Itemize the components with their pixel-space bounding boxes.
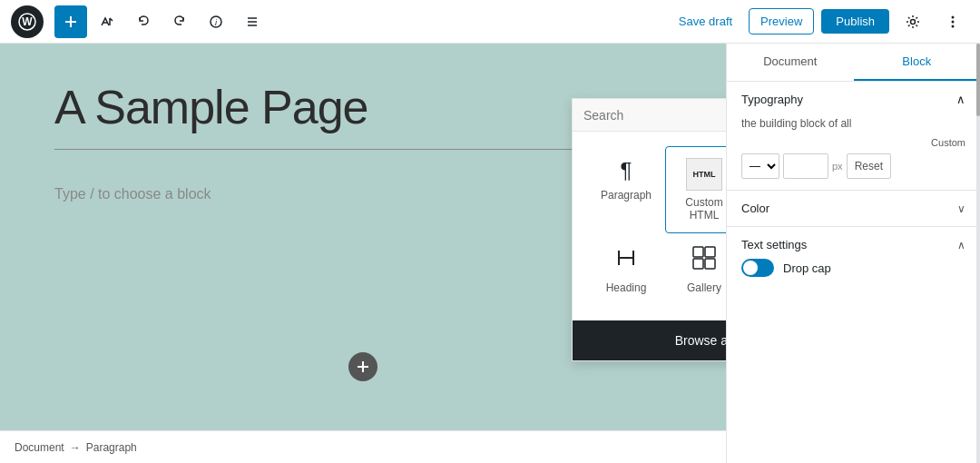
- tab-document[interactable]: Document: [727, 44, 854, 81]
- sidebar-scroll-thumb: [976, 44, 980, 116]
- toggle-knob: [743, 261, 758, 275]
- preview-button[interactable]: Preview: [749, 8, 814, 34]
- list-view-button[interactable]: [236, 5, 269, 38]
- redo-button[interactable]: [163, 5, 196, 38]
- gallery-icon: [691, 245, 717, 276]
- drop-cap-label: Drop cap: [783, 261, 831, 275]
- add-block-canvas-button[interactable]: [348, 352, 377, 381]
- svg-rect-18: [693, 259, 703, 269]
- typography-content: the building block of all Custom — px Re…: [741, 117, 965, 179]
- gallery-label: Gallery: [687, 281, 721, 294]
- text-settings-chevron-icon: ∧: [957, 239, 965, 251]
- custom-html-icon: HTML: [686, 158, 722, 191]
- more-options-button[interactable]: [936, 5, 969, 38]
- svg-text:W: W: [22, 15, 33, 28]
- svg-point-11: [952, 15, 955, 18]
- font-size-select[interactable]: —: [741, 153, 779, 179]
- custom-label: Custom: [931, 137, 965, 148]
- font-size-controls: — px Reset: [741, 153, 965, 179]
- heading-icon: [613, 245, 639, 276]
- svg-rect-16: [693, 247, 703, 257]
- add-block-button[interactable]: [54, 5, 87, 38]
- heading-label: Heading: [606, 281, 647, 294]
- save-draft-button[interactable]: Save draft: [670, 9, 741, 34]
- typography-chevron-icon: ∧: [956, 93, 965, 106]
- breadcrumb-document[interactable]: Document: [15, 441, 64, 454]
- drop-cap-row: Drop cap: [741, 259, 965, 277]
- reset-button[interactable]: Reset: [847, 153, 891, 179]
- svg-rect-17: [705, 247, 715, 257]
- block-item-heading[interactable]: Heading: [587, 233, 665, 306]
- px-label: px: [832, 161, 843, 172]
- svg-point-13: [952, 25, 955, 27]
- svg-text:i: i: [215, 18, 218, 27]
- sidebar-tabs: Document Block: [727, 44, 980, 82]
- tools-button[interactable]: [91, 5, 123, 38]
- inserter-search-area: 🔍: [573, 99, 726, 132]
- breadcrumb-paragraph[interactable]: Paragraph: [86, 441, 137, 454]
- block-inserter-popup: 🔍 × ¶ Paragraph HTML Custom HTML: [572, 98, 726, 361]
- color-section: Color ∨: [727, 191, 980, 227]
- right-sidebar: Document Block Typography ∧ the building…: [726, 44, 980, 463]
- svg-point-10: [911, 19, 916, 24]
- color-header[interactable]: Color ∨: [741, 202, 965, 215]
- main-area: A Sample Page Type / to choose a block 🔍…: [0, 44, 980, 463]
- paragraph-icon: ¶: [621, 158, 632, 183]
- undo-button[interactable]: [127, 5, 160, 38]
- text-settings-title: Text settings: [741, 238, 807, 251]
- color-title: Color: [741, 202, 769, 215]
- block-item-custom-html[interactable]: HTML Custom HTML: [665, 146, 726, 233]
- search-input[interactable]: [583, 108, 726, 123]
- breadcrumb-arrow: →: [70, 441, 81, 454]
- paragraph-label: Paragraph: [601, 189, 652, 202]
- editor-canvas: A Sample Page Type / to choose a block 🔍…: [0, 44, 726, 463]
- custom-html-label: Custom HTML: [673, 196, 726, 222]
- settings-button[interactable]: [897, 5, 929, 38]
- text-settings-section: Text settings ∧ Drop cap: [727, 227, 980, 288]
- toolbar-right: Save draft Preview Publish: [670, 5, 969, 38]
- toolbar-left: W: [11, 5, 666, 38]
- font-size-input[interactable]: [783, 153, 828, 179]
- tab-block[interactable]: Block: [854, 44, 981, 81]
- typography-title: Typography: [741, 93, 803, 106]
- block-item-paragraph[interactable]: ¶ Paragraph: [587, 146, 665, 233]
- breadcrumb-bar: Document → Paragraph: [0, 430, 726, 463]
- typography-header[interactable]: Typography ∧: [741, 93, 965, 106]
- drop-cap-toggle[interactable]: [741, 259, 774, 277]
- publish-button[interactable]: Publish: [821, 9, 889, 34]
- color-chevron-icon: ∨: [957, 202, 965, 215]
- svg-point-12: [952, 20, 955, 23]
- toolbar: W: [0, 0, 980, 44]
- building-block-text: the building block of all: [741, 117, 965, 130]
- browse-all-button[interactable]: Browse all: [573, 320, 726, 360]
- block-item-gallery[interactable]: Gallery: [665, 233, 726, 306]
- text-settings-header[interactable]: Text settings ∧: [741, 238, 965, 251]
- typography-section: Typography ∧ the building block of all C…: [727, 82, 980, 191]
- wp-logo[interactable]: W: [11, 5, 44, 38]
- svg-rect-19: [705, 259, 715, 269]
- info-button[interactable]: i: [200, 5, 232, 38]
- sidebar-scrollbar[interactable]: [976, 44, 980, 463]
- block-grid: ¶ Paragraph HTML Custom HTML: [573, 132, 726, 320]
